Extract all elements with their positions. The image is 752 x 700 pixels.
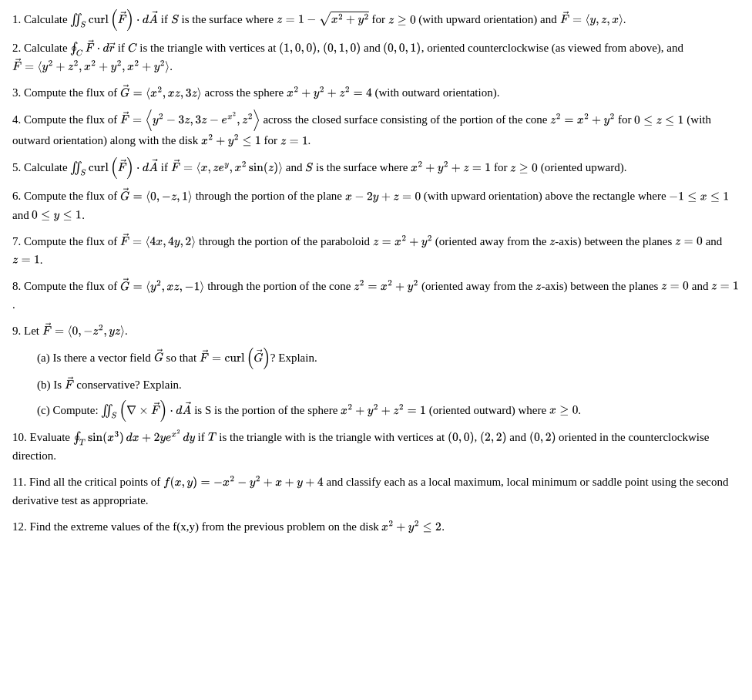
problem-3: 3. Compute the flux of G→=⟨x2,xz,3z⟩ acr… [12, 83, 740, 102]
problem-5: 5. Calculate ∬Scurl(F→)⋅dA→ if F→=⟨x,zey… [12, 157, 740, 179]
problem-label: 12. [12, 520, 27, 533]
problem-9: 9. Let F→=⟨0,−z2,yz⟩. [12, 321, 740, 340]
problem-label: 8. [12, 280, 21, 292]
problem-11: 11. Find all the critical points of f(x,… [12, 473, 740, 510]
problem-4: 4. Compute the flux of F→=⟨y2−3z,3z−ex2,… [12, 109, 740, 150]
problem-label: 1. [12, 13, 21, 25]
problem-1: 1. Calculate ∬Scurl(F→)⋅dA→ if S is the … [12, 9, 740, 31]
problems-container: 1. Calculate ∬Scurl(F→)⋅dA→ if S is the … [12, 9, 740, 536]
problem-label: 6. [12, 190, 21, 203]
problem-label: 2. [12, 42, 21, 54]
sub-problem-9-(c): (c) Compute: ∬S(∇×F→)⋅dA→ is S is the po… [37, 400, 740, 422]
svg-rect-0 [331, 12, 369, 12]
sub-problem-9-(b): (b) Is F→ conservative? Explain. [37, 375, 740, 394]
problem-7: 7. Compute the flux of F→=⟨4x,4y,2⟩ thro… [12, 232, 740, 269]
problem-10: 10. Evaluate ∮Tsin⁡(x3)dx+2yex2dy if T i… [12, 428, 740, 465]
problem-label: 7. [12, 235, 21, 247]
problem-label: 10. [12, 431, 27, 443]
problem-2: 2. Calculate ∮CF→⋅dr→ if C is the triang… [12, 39, 740, 76]
problem-label: 11. [12, 476, 26, 488]
problem-6: 6. Compute the flux of G→=⟨0,−z,1⟩ throu… [12, 187, 740, 224]
sub-label: (a) [37, 352, 50, 364]
problem-label: 5. [12, 161, 21, 173]
sub-problem-9-(a): (a) Is there a vector field G→ so that F… [37, 348, 740, 369]
problem-label: 9. [12, 325, 21, 337]
problem-12: 12. Find the extreme values of the f(x,y… [12, 517, 740, 536]
problem-label: 4. [12, 113, 21, 126]
problem-8: 8. Compute the flux of G→=⟨y2,xz,−1⟩ thr… [12, 277, 740, 314]
problem-label: 3. [12, 86, 21, 99]
sub-label: (b) [37, 379, 51, 391]
sub-label: (c) [37, 404, 50, 416]
